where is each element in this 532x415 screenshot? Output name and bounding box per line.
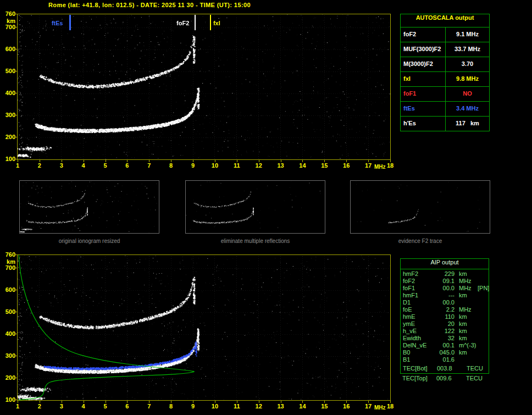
x-axis-label: 1 bbox=[16, 403, 19, 410]
x-axis-label: 1 bbox=[16, 162, 19, 169]
aip-row-value: 045.0 bbox=[435, 349, 455, 356]
autoscala-row-value: 33.7 MHz bbox=[446, 42, 489, 57]
x-axis-tick bbox=[84, 401, 84, 403]
aip-row-foF1: foF100.0MHz[PN] bbox=[401, 285, 489, 292]
x-axis-label: 18 bbox=[387, 162, 394, 169]
x-axis-label: 10 bbox=[212, 403, 218, 410]
aip-row-unit: km bbox=[455, 328, 478, 335]
aip-row-value: 229 bbox=[435, 270, 455, 278]
x-axis-label: 7 bbox=[147, 403, 151, 410]
x-axis-label: 16 bbox=[343, 162, 350, 169]
y-axis-label: 600 bbox=[2, 286, 15, 293]
aip-row-unit: m^(-3) bbox=[455, 342, 478, 349]
y-axis-label: 760 bbox=[2, 10, 15, 17]
aip-row-note bbox=[478, 278, 486, 285]
aip-row-D1: D100.0 bbox=[401, 299, 489, 306]
aip-row-note bbox=[478, 270, 486, 278]
tec-bot-row: TEC[Bot]003.8TECU bbox=[401, 365, 489, 372]
aip-row-value: 32 bbox=[435, 335, 455, 342]
x-axis-tick bbox=[237, 160, 237, 162]
aip-row-unit bbox=[455, 299, 478, 306]
y-axis-tick bbox=[15, 27, 17, 27]
aip-row-label: ymE bbox=[403, 320, 435, 328]
y-axis-label: 300 bbox=[2, 352, 15, 359]
x-axis-tick bbox=[106, 401, 106, 403]
aip-row-value: 01.6 bbox=[435, 356, 455, 363]
aip-row-unit: km bbox=[455, 349, 478, 356]
tec-label: TEC[Bot] bbox=[403, 365, 437, 372]
aip-row-label: foF1 bbox=[403, 285, 435, 292]
aip-row-label: Ewidth bbox=[403, 335, 435, 342]
aip-row-unit: km bbox=[455, 270, 478, 278]
x-axis-label: 17 bbox=[365, 403, 372, 410]
autoscala-row-value: 3.4 MHz bbox=[446, 102, 489, 116]
autoscala-row-value: 117 km bbox=[446, 117, 489, 131]
x-axis-label: 13 bbox=[277, 162, 284, 169]
aip-row-hmE: hmE110km bbox=[401, 313, 489, 320]
x-axis-label: 3 bbox=[60, 403, 63, 410]
x-axis-label: 13 bbox=[277, 403, 284, 410]
aip-row-unit: km bbox=[455, 313, 478, 320]
y-axis-unit: km bbox=[2, 18, 15, 24]
aip-row-label: DelN_vE bbox=[403, 342, 435, 349]
autoscala-row-label: h'Es bbox=[401, 117, 446, 131]
aip-output-table: AIP output hmF2229kmfoF209.1MHzfoF100.0M… bbox=[400, 258, 489, 374]
aip-row-note bbox=[478, 306, 486, 313]
autoscala-row-fxI: fxI9.8 MHz bbox=[401, 71, 489, 86]
y-axis-label: 500 bbox=[2, 68, 15, 74]
aip-row-label: D1 bbox=[403, 299, 435, 306]
x-axis-tick bbox=[324, 401, 325, 403]
aip-row-note bbox=[478, 342, 486, 349]
y-axis-label: 700 bbox=[2, 264, 15, 271]
autoscala-row-label: foF2 bbox=[401, 27, 446, 42]
y-axis-label: 700 bbox=[2, 24, 15, 30]
aip-row-foF2: foF209.1MHz bbox=[401, 278, 489, 285]
aip-row-unit: km bbox=[455, 320, 478, 328]
thumbnail-original-ionogram bbox=[19, 180, 159, 234]
aip-row-value: 110 bbox=[435, 313, 455, 320]
autoscala-row-label: fxI bbox=[401, 72, 446, 86]
x-axis-label: 17 bbox=[365, 162, 372, 169]
thumbnail-evidence-f2 bbox=[350, 180, 490, 234]
ionogram-canvas-main bbox=[18, 14, 390, 159]
x-axis-label: 5 bbox=[103, 162, 107, 169]
x-axis-label: 7 bbox=[147, 162, 151, 169]
y-axis-label: 500 bbox=[2, 308, 15, 315]
x-axis-label: 2 bbox=[38, 403, 41, 410]
marker-label-fxI: fxI bbox=[213, 20, 220, 26]
aip-row-note: [PN] bbox=[478, 285, 490, 292]
aip-row-note bbox=[478, 328, 486, 335]
x-axis-tick bbox=[302, 401, 303, 403]
y-axis-tick bbox=[15, 49, 17, 49]
y-axis-label: 600 bbox=[2, 46, 15, 52]
y-axis-tick bbox=[15, 312, 17, 312]
autoscala-row-label: foF1 bbox=[401, 87, 446, 101]
x-axis-tick bbox=[149, 401, 149, 403]
x-axis-tick bbox=[62, 401, 62, 403]
aip-row-DelN_vE: DelN_vE00.1m^(-3) bbox=[401, 342, 489, 349]
x-axis-unit: MHz bbox=[374, 164, 386, 170]
x-axis-tick bbox=[346, 401, 347, 403]
x-axis-label: 15 bbox=[321, 403, 328, 410]
x-axis-label: 12 bbox=[256, 403, 262, 410]
y-axis-label: 200 bbox=[2, 134, 15, 140]
x-axis-tick bbox=[40, 401, 40, 403]
aip-row-note bbox=[478, 292, 486, 299]
y-axis-label: 760 bbox=[2, 251, 15, 258]
x-axis-tick bbox=[390, 160, 391, 162]
x-axis-label: 3 bbox=[60, 162, 63, 169]
autoscala-row-label: MUF(3000)F2 bbox=[401, 42, 446, 57]
autoscala-window: Rome (lat: +41.8, lon: 012.5) - DATE: 20… bbox=[0, 0, 532, 415]
x-axis-tick bbox=[215, 160, 215, 162]
tec-label: TEC[Top] bbox=[402, 375, 436, 382]
aip-row-hmF1: hmF1---km bbox=[401, 292, 489, 299]
x-axis-label: 14 bbox=[299, 403, 306, 410]
station-date-title: Rome (lat: +41.8, lon: 012.5) - DATE: 20… bbox=[48, 2, 251, 8]
x-axis-tick bbox=[106, 160, 106, 162]
x-axis-tick bbox=[215, 401, 215, 403]
x-axis-label: 6 bbox=[125, 162, 129, 169]
aip-row-h_vE: h_vE122km bbox=[401, 328, 489, 335]
autoscala-table-rows: foF29.1 MHzMUF(3000)F233.7 MHzM(3000)F23… bbox=[401, 27, 489, 131]
tec-unit: TECU bbox=[459, 365, 486, 372]
aip-row-note bbox=[478, 299, 486, 306]
